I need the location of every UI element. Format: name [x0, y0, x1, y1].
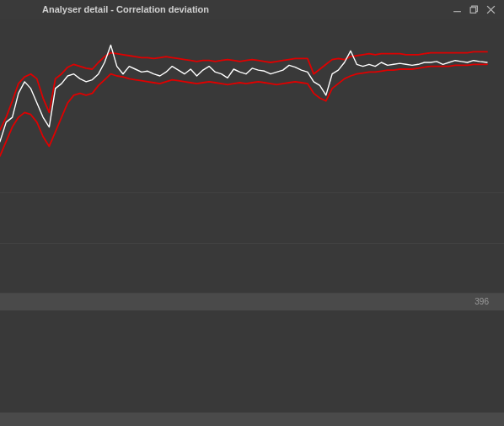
main-plot-panel: 396 [0, 19, 504, 294]
gridline [0, 243, 504, 244]
correlation-deviation-plot [0, 19, 504, 187]
window-controls [448, 1, 499, 18]
gridline [0, 192, 504, 193]
secondary-panel [0, 295, 504, 413]
svg-rect-2 [470, 7, 476, 13]
close-button[interactable] [482, 1, 499, 18]
window-titlebar: Analyser detail - Correlation deviation [0, 0, 504, 19]
window-title: Analyser detail - Correlation deviation [42, 4, 209, 14]
maximize-button[interactable] [465, 1, 482, 18]
axis-strip [0, 293, 504, 310]
x-axis-max-label: 396 [475, 297, 489, 306]
minimize-button[interactable] [448, 1, 465, 18]
